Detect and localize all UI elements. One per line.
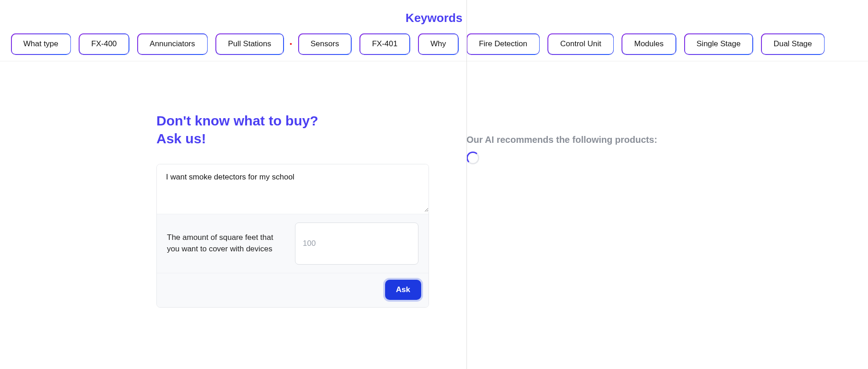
keywords-bar: What type FX-400 Annunciators Pull Stati… bbox=[0, 33, 868, 61]
results-heading: Our AI recommends the following products… bbox=[466, 135, 868, 145]
keyword-chip-dual-stage[interactable]: Dual Stage bbox=[761, 33, 824, 54]
keyword-chip-annunciators[interactable]: Annunciators bbox=[137, 33, 207, 54]
prompt-heading-line2: Ask us! bbox=[156, 131, 206, 146]
ask-button[interactable]: Ask bbox=[385, 280, 421, 300]
query-form: The amount of square feet that you want … bbox=[156, 164, 429, 308]
ask-row: Ask bbox=[157, 273, 429, 307]
query-panel: Don't know what to buy? Ask us! The amou… bbox=[0, 61, 466, 366]
prompt-heading: Don't know what to buy? Ask us! bbox=[156, 112, 466, 147]
keyword-chip-fx-401[interactable]: FX-401 bbox=[359, 33, 410, 54]
keyword-chip-why[interactable]: Why bbox=[418, 33, 458, 54]
keyword-chip-control-unit[interactable]: Control Unit bbox=[548, 33, 614, 54]
keyword-chip-sensors[interactable]: Sensors bbox=[298, 33, 351, 54]
content-area: Don't know what to buy? Ask us! The amou… bbox=[0, 61, 868, 366]
sqft-label: The amount of square feet that you want … bbox=[167, 232, 287, 255]
loading-spinner-icon bbox=[466, 152, 479, 164]
page-title: Keywords bbox=[0, 0, 868, 33]
prompt-heading-line1: Don't know what to buy? bbox=[156, 113, 318, 128]
vertical-divider bbox=[466, 0, 467, 369]
sqft-row: The amount of square feet that you want … bbox=[157, 214, 429, 273]
sqft-input[interactable] bbox=[295, 222, 418, 265]
keyword-chip-what-type[interactable]: What type bbox=[11, 33, 71, 54]
results-panel: Our AI recommends the following products… bbox=[466, 61, 868, 366]
query-textarea[interactable] bbox=[157, 164, 429, 212]
keyword-chip-pull-stations[interactable]: Pull Stations bbox=[216, 33, 284, 54]
keyword-chip-fire-detection[interactable]: Fire Detection bbox=[466, 33, 540, 54]
separator-dot-icon bbox=[290, 43, 292, 45]
keyword-chip-modules[interactable]: Modules bbox=[622, 33, 676, 54]
keyword-chip-fx-400[interactable]: FX-400 bbox=[79, 33, 129, 54]
keyword-chip-single-stage[interactable]: Single Stage bbox=[684, 33, 753, 54]
